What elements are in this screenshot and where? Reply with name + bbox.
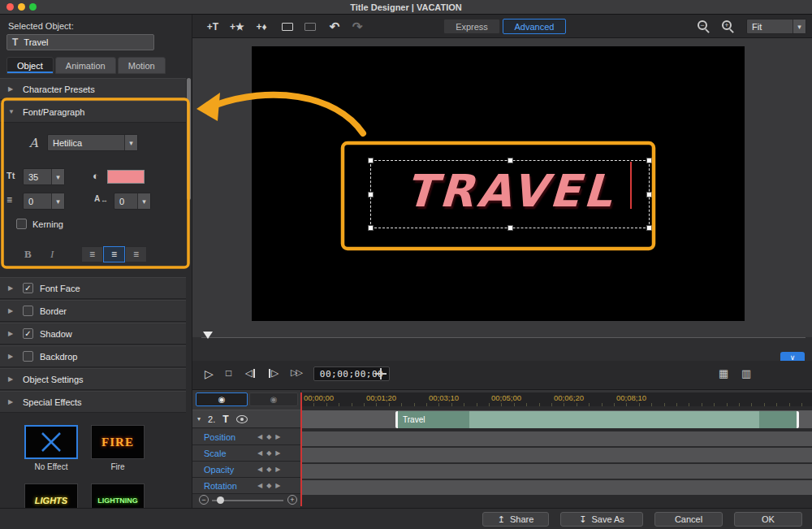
keyframe-next-icon[interactable]: ▶: [275, 482, 280, 489]
zoom-out-button[interactable]: −: [698, 20, 707, 30]
char-spacing-dropdown[interactable]: 0 ▾: [114, 193, 151, 210]
scale-track[interactable]: [301, 448, 812, 462]
panel-scrollbar[interactable]: [187, 78, 191, 508]
background-toggle[interactable]: [300, 18, 321, 35]
effect-tile-no-effect[interactable]: [24, 425, 78, 459]
visibility-eye-icon[interactable]: [236, 415, 248, 423]
clip-fade-out-segment[interactable]: [759, 411, 797, 428]
resize-handle[interactable]: [508, 225, 513, 231]
save-as-button[interactable]: ↧ Save As: [560, 512, 643, 527]
font-family-dropdown[interactable]: Hetilica ▾: [47, 134, 138, 151]
resize-handle[interactable]: [508, 158, 513, 163]
track-header[interactable]: ▾ 2. T: [192, 410, 301, 428]
keyframe-next-icon[interactable]: ▶: [275, 433, 280, 440]
keyframe-prev-icon[interactable]: ◀: [257, 482, 262, 489]
line-spacing-dropdown[interactable]: 0 ▾: [23, 193, 65, 210]
resize-handle[interactable]: [368, 158, 374, 163]
effect-tile-lightning[interactable]: LIGHTNING: [91, 483, 145, 508]
property-row-position[interactable]: Position ◀ ◆ ▶: [192, 429, 301, 445]
selected-object-field[interactable]: T Travel: [6, 34, 154, 50]
keyframe-prev-icon[interactable]: ◀: [257, 449, 262, 457]
resize-handle[interactable]: [646, 158, 652, 163]
track-expand-icon[interactable]: ▾: [197, 415, 201, 423]
keyboard-view-button[interactable]: ▥: [741, 367, 751, 379]
playhead[interactable]: [300, 392, 302, 506]
keyframe-add-icon[interactable]: ◆: [266, 433, 271, 440]
keyframe-add-icon[interactable]: ◆: [266, 482, 271, 489]
tab-motion[interactable]: Motion: [118, 57, 166, 74]
font-color-swatch[interactable]: [107, 170, 145, 184]
resize-handle[interactable]: [646, 225, 652, 231]
property-row-rotation[interactable]: Rotation ◀ ◆ ▶: [192, 478, 301, 494]
keyframe-next-icon[interactable]: ▶: [275, 466, 280, 473]
keyframe-add-icon[interactable]: ◆: [266, 449, 271, 457]
keyframe-prev-icon[interactable]: ◀: [257, 433, 262, 440]
scrollbar-thumb[interactable]: [187, 78, 191, 200]
section-character-presets[interactable]: ▶ Character Presets: [0, 78, 186, 100]
preview-scrubber-marker[interactable]: [203, 332, 213, 339]
clip-body[interactable]: [469, 411, 759, 428]
advanced-mode-button[interactable]: Advanced: [503, 19, 566, 34]
grid-view-button[interactable]: ▦: [719, 367, 728, 379]
tab-animation[interactable]: Animation: [55, 57, 116, 74]
insert-text-button[interactable]: +T: [202, 18, 223, 35]
shadow-checkbox[interactable]: ✓: [23, 328, 33, 339]
property-row-scale[interactable]: Scale ◀ ◆ ▶: [192, 445, 301, 462]
insert-particle-button[interactable]: +★: [227, 18, 248, 35]
fast-forward-button[interactable]: ▷▷: [291, 367, 301, 378]
font-size-dropdown[interactable]: 35 ▾: [23, 168, 65, 185]
keyframe-prev-icon[interactable]: ◀: [257, 466, 262, 473]
section-border[interactable]: ▶ Border: [0, 300, 186, 322]
keyframe-add-icon[interactable]: ◆: [266, 466, 271, 473]
text-boundary-toggle[interactable]: [277, 18, 298, 35]
zoom-fit-dropdown[interactable]: Fit ▾: [746, 19, 806, 34]
play-button[interactable]: ▷: [205, 367, 214, 380]
ok-button[interactable]: OK: [734, 512, 802, 527]
zoom-in-button[interactable]: +: [722, 20, 732, 30]
previous-frame-button[interactable]: ◁: [245, 367, 256, 379]
opacity-track[interactable]: [301, 464, 812, 479]
clip-fade-in-segment[interactable]: Travel: [398, 411, 469, 428]
stop-button[interactable]: □: [226, 367, 231, 379]
undo-button[interactable]: ↶: [324, 18, 345, 35]
backdrop-checkbox[interactable]: [23, 351, 33, 362]
keyframe-next-icon[interactable]: ▶: [275, 449, 280, 457]
preview-canvas[interactable]: TRAVEL: [252, 46, 745, 321]
align-center-button[interactable]: ≡: [103, 246, 125, 262]
kerning-checkbox[interactable]: [16, 219, 27, 229]
section-object-settings[interactable]: ▶ Object Settings: [0, 368, 186, 390]
property-row-opacity[interactable]: Opacity ◀ ◆ ▶: [192, 462, 301, 478]
border-checkbox[interactable]: [23, 306, 33, 316]
clip-view-tab[interactable]: ◉: [196, 392, 248, 406]
bold-button[interactable]: B: [24, 248, 32, 261]
cancel-button[interactable]: Cancel: [654, 512, 723, 527]
effect-tile-fire[interactable]: FIRE: [91, 425, 145, 459]
section-backdrop[interactable]: ▶ Backdrop: [0, 345, 186, 367]
resize-handle[interactable]: [368, 192, 374, 197]
resize-handle[interactable]: [368, 225, 374, 231]
timeline-zoom-in-icon[interactable]: +: [287, 495, 297, 505]
timeline-ruler[interactable]: 00;00;00 00;01;20 00;03;10 00;05;00 00;0…: [301, 392, 812, 406]
effect-view-tab[interactable]: ◉: [249, 392, 298, 406]
tab-object[interactable]: Object: [6, 57, 54, 74]
title-clip[interactable]: Travel: [395, 411, 799, 428]
section-font-paragraph[interactable]: ▼ Font/Paragraph: [0, 101, 186, 123]
font-face-checkbox[interactable]: ✓: [23, 283, 33, 293]
selection-bounding-box[interactable]: [370, 160, 650, 228]
resize-handle[interactable]: [646, 192, 652, 197]
rotation-track[interactable]: [301, 480, 812, 495]
move-crosshair-icon[interactable]: [375, 368, 387, 379]
section-font-face[interactable]: ▶ ✓ Font Face: [0, 277, 186, 299]
preview-scrubber-track[interactable]: [201, 337, 806, 338]
next-frame-button[interactable]: ▷: [268, 367, 279, 379]
insert-image-button[interactable]: +♦: [251, 18, 272, 35]
share-button[interactable]: ↥ Share: [482, 512, 549, 527]
timeline-zoom-out-icon[interactable]: −: [199, 495, 209, 505]
express-mode-button[interactable]: Express: [443, 19, 500, 34]
timeline-zoom-thumb[interactable]: [217, 496, 224, 504]
redo-button[interactable]: ↷: [347, 18, 368, 35]
italic-button[interactable]: I: [50, 248, 54, 261]
align-right-button[interactable]: ≡: [125, 246, 147, 262]
align-left-button[interactable]: ≡: [81, 246, 103, 262]
effect-tile-lights[interactable]: LIGHTS: [24, 483, 78, 508]
